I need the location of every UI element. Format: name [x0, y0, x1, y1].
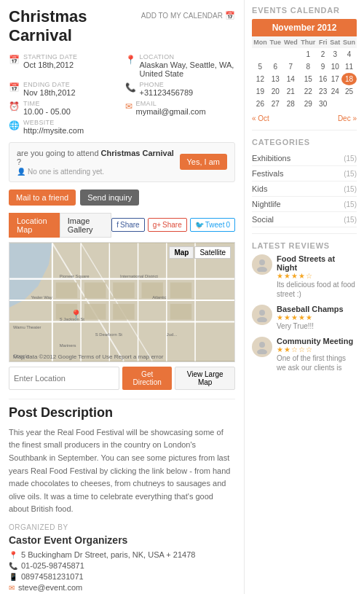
- event-info-grid: 📅 STARTING DATE Oct 18th,2012 📍 LOCATION…: [9, 53, 235, 135]
- svg-rect-20: [170, 282, 191, 298]
- calendar-day[interactable]: 12: [252, 73, 269, 85]
- svg-rect-14: [84, 282, 106, 298]
- gplus-share-button[interactable]: g+ Share: [148, 218, 187, 232]
- category-count: (15): [344, 155, 357, 163]
- cal-prev-button[interactable]: « Oct: [252, 114, 269, 122]
- category-item[interactable]: Kids(15): [252, 181, 357, 197]
- review-text: Very True!!!: [277, 321, 357, 331]
- divider-1: [9, 399, 235, 399]
- tab-image-gallery[interactable]: Image Gallery: [60, 213, 111, 238]
- ending-date-label: ENDING DATE: [23, 81, 76, 88]
- gplus-share-label: Share: [162, 221, 182, 229]
- organizer-info-list: 📍 5 Buckingham Dr Street, paris, NK, USA…: [9, 550, 235, 594]
- starting-date-value: Oct 18th,2012: [23, 60, 77, 69]
- calendar-day[interactable]: 25: [341, 85, 357, 98]
- clock-icon: ⏰: [9, 101, 20, 112]
- calendar-day[interactable]: 7: [282, 60, 299, 73]
- organizer-mobile: 📱 08974581231071: [9, 572, 235, 581]
- reviews-list: Food Streets at Night ★★★★☆ Its deliciou…: [252, 254, 357, 372]
- map-type-map-button[interactable]: Map: [169, 246, 194, 259]
- calendar-day[interactable]: 14: [282, 73, 299, 85]
- cal-header-sun: Sun: [341, 36, 357, 48]
- category-name: Social: [252, 215, 274, 224]
- calendar-day[interactable]: 17: [329, 73, 341, 85]
- calendar-day[interactable]: 6: [269, 60, 282, 73]
- facebook-share-button[interactable]: f Share: [111, 218, 144, 232]
- calendar-day[interactable]: 26: [252, 98, 269, 110]
- category-item[interactable]: Social(15): [252, 212, 357, 227]
- svg-rect-13: [56, 282, 77, 298]
- review-item: Community Meeting ★★☆☆☆ One of the first…: [252, 337, 357, 372]
- calendar-day[interactable]: 2: [317, 48, 329, 60]
- add-calendar-label: ADD TO MY CALENDAR: [141, 12, 223, 20]
- twitter-share-button[interactable]: 🐦 Tweet 0: [190, 218, 235, 232]
- website-icon: 🌐: [9, 120, 20, 130]
- add-to-calendar[interactable]: ADD TO MY CALENDAR 📅: [141, 11, 235, 20]
- categories-title: CATEGORIES: [252, 138, 357, 146]
- calendar-day[interactable]: 3: [329, 48, 341, 60]
- categories-list: Exhibitions(15)Festivals(15)Kids(15)Nigh…: [252, 151, 357, 227]
- calendar-day[interactable]: 1: [299, 48, 317, 60]
- calendar-day[interactable]: 13: [269, 73, 282, 85]
- calendar-icon: 📅: [9, 55, 20, 65]
- share-label: Share: [120, 221, 140, 229]
- tab-location-map[interactable]: Location Map: [9, 213, 60, 238]
- latest-reviews-title: LATEST REVIEWS: [252, 241, 357, 250]
- calendar-day[interactable]: 20: [269, 85, 282, 98]
- attendance-box: are you going to attend Christmas Carniv…: [9, 142, 235, 182]
- calendar-day[interactable]: 27: [269, 98, 282, 110]
- phone-value: +31123456789: [140, 88, 194, 97]
- calendar-day[interactable]: 11: [341, 60, 357, 73]
- cal-header-thur: Thur: [299, 36, 317, 48]
- map-overlay: Pioneer Square International District At…: [9, 243, 234, 362]
- svg-rect-21: [170, 304, 191, 320]
- calendar-day[interactable]: 23: [317, 85, 329, 98]
- calendar-day[interactable]: 28: [282, 98, 299, 110]
- calendar-day[interactable]: 16: [317, 73, 329, 85]
- calendar-day[interactable]: 19: [252, 85, 269, 98]
- map-container[interactable]: Pioneer Square International District At…: [9, 242, 235, 362]
- phone-label: PHONE: [140, 81, 194, 88]
- review-avatar: [252, 337, 272, 357]
- calendar-day[interactable]: 10: [329, 60, 341, 73]
- calendar-day[interactable]: 4: [341, 48, 357, 60]
- events-calendar: November 2012 Mon Tue Wed Thur Fri Sat S…: [252, 19, 357, 124]
- category-name: Festivals: [252, 169, 283, 178]
- attendance-sub: 👤 No one is attending yet.: [17, 168, 180, 176]
- post-description-title: Post Description: [9, 405, 235, 421]
- location-input[interactable]: [9, 367, 119, 390]
- svg-point-38: [257, 349, 267, 354]
- calendar-day: [269, 48, 282, 60]
- category-count: (15): [344, 216, 357, 224]
- calendar-day: [282, 48, 299, 60]
- send-inquiry-button[interactable]: Send inquiry: [80, 189, 139, 206]
- review-content: Baseball Champs ★★★★★ Very True!!!: [277, 305, 357, 331]
- post-description-text: This year the Real Food Festival will be…: [9, 426, 235, 516]
- calendar-day[interactable]: 18: [341, 73, 357, 85]
- sidebar-divider-1: [252, 130, 357, 130]
- calendar-day[interactable]: 29: [299, 98, 317, 110]
- calendar-day[interactable]: 8: [299, 60, 317, 73]
- calendar-day[interactable]: 15: [299, 73, 317, 85]
- twitter-icon: 🐦: [195, 221, 204, 229]
- get-direction-button[interactable]: Get Direction: [122, 367, 172, 390]
- calendar-day[interactable]: 5: [252, 60, 269, 73]
- calendar-day[interactable]: 22: [299, 85, 317, 98]
- yes-attending-button[interactable]: Yes, I am: [180, 154, 227, 170]
- map-type-satellite-button[interactable]: Satellite: [194, 246, 231, 259]
- category-item[interactable]: Exhibitions(15): [252, 151, 357, 166]
- category-item[interactable]: Nightlife(15): [252, 197, 357, 212]
- calendar-header: November 2012: [252, 19, 357, 36]
- calendar-day: [329, 98, 341, 110]
- category-name: Exhibitions: [252, 154, 290, 163]
- mail-friend-button[interactable]: Mail to a friend: [9, 189, 76, 206]
- category-item[interactable]: Festivals(15): [252, 166, 357, 181]
- calendar-end-icon: 📅: [9, 82, 20, 93]
- calendar-day[interactable]: 24: [329, 85, 341, 98]
- calendar-day[interactable]: 9: [317, 60, 329, 73]
- calendar-day[interactable]: 30: [317, 98, 329, 110]
- cal-next-button[interactable]: Dec »: [338, 114, 357, 122]
- calendar-day[interactable]: 21: [282, 85, 299, 98]
- view-large-map-button[interactable]: View Large Map: [175, 367, 235, 390]
- organizer-name: Castor Event Organizers: [9, 534, 235, 546]
